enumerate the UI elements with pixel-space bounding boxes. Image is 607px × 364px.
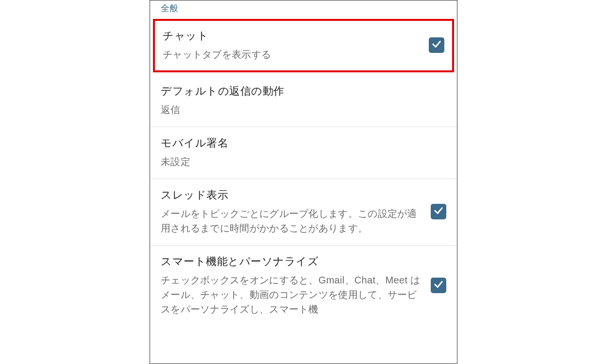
checkbox-chat[interactable] [429,37,444,53]
setting-desc: 未設定 [161,154,439,169]
setting-item-smart-features[interactable]: スマート機能とパーソナライズ チェックボックスをオンにすると、Gmail、Cha… [150,246,457,326]
check-icon [433,279,444,292]
checkbox-smart-features[interactable] [431,278,446,293]
setting-text: デフォルトの返信の動作 返信 [161,84,446,117]
setting-item-default-reply[interactable]: デフォルトの返信の動作 返信 [150,75,457,127]
section-header-general: 全般 [150,0,457,17]
setting-title: デフォルトの返信の動作 [161,84,439,99]
setting-title: チャット [163,29,422,43]
check-icon [431,39,442,51]
setting-desc: メールをトピックごとにグループ化します。この設定が適用されるまでに時間がかかるこ… [161,206,423,235]
check-icon [433,205,444,218]
setting-desc: 返信 [161,102,439,117]
checkbox-thread-view[interactable] [431,204,446,219]
setting-title: スマート機能とパーソナライズ [161,254,423,269]
setting-item-chat[interactable]: チャット チャットタブを表示する [153,19,454,72]
setting-item-thread-view[interactable]: スレッド表示 メールをトピックごとにグループ化します。この設定が適用されるまでに… [150,179,457,246]
setting-desc: チェックボックスをオンにすると、Gmail、Chat、Meet はメール、チャッ… [161,273,423,316]
setting-item-mobile-signature[interactable]: モバイル署名 未設定 [150,127,457,179]
setting-desc: チャットタブを表示する [163,47,422,62]
setting-text: スマート機能とパーソナライズ チェックボックスをオンにすると、Gmail、Cha… [161,254,431,316]
setting-title: スレッド表示 [161,188,423,202]
setting-text: モバイル署名 未設定 [161,136,446,169]
settings-panel: 全般 チャット チャットタブを表示する デフォルトの返信の動作 返信 モバイル署… [150,0,457,364]
setting-title: モバイル署名 [161,136,439,150]
setting-text: チャット チャットタブを表示する [163,29,429,62]
setting-text: スレッド表示 メールをトピックごとにグループ化します。この設定が適用されるまでに… [161,188,431,235]
